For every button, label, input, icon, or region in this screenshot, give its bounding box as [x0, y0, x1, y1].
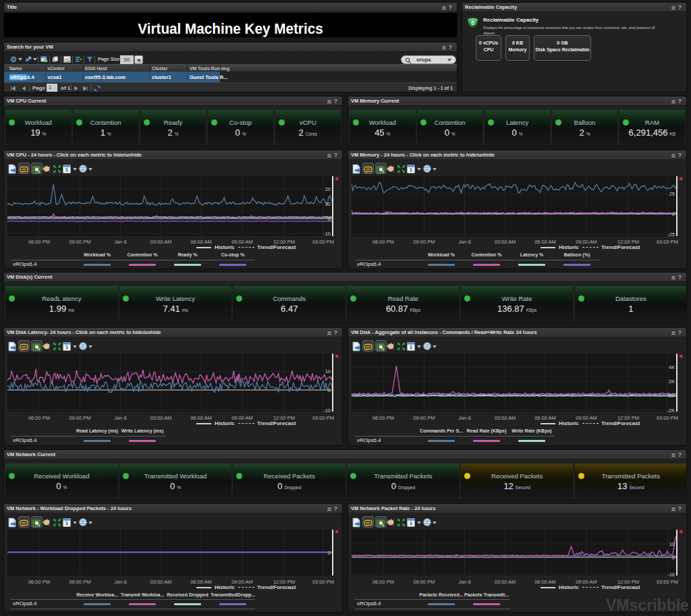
- svg-text:1: 1: [65, 167, 69, 173]
- svg-text:0: 0: [471, 20, 474, 26]
- svg-text:1: 1: [410, 344, 413, 350]
- svg-text:1: 1: [65, 344, 69, 350]
- svg-text:1: 1: [410, 520, 413, 526]
- svg-text:1: 1: [65, 520, 69, 526]
- svg-text:1: 1: [410, 167, 413, 173]
